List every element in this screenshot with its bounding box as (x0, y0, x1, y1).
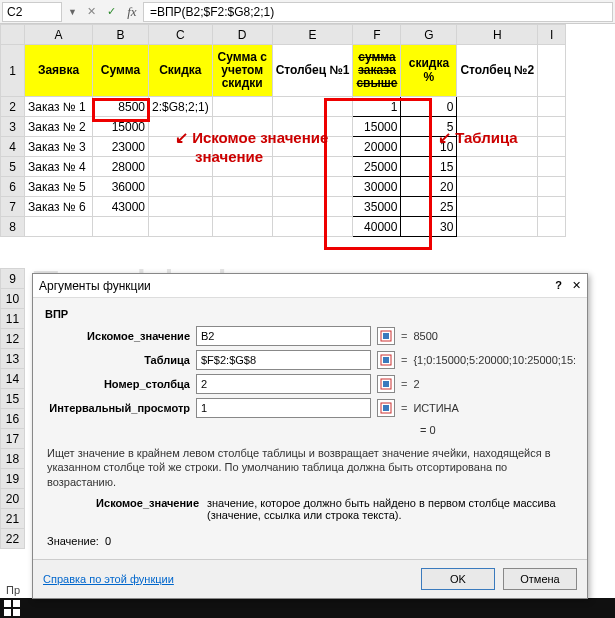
cell[interactable] (457, 217, 538, 237)
row-header[interactable]: 12 (1, 329, 25, 349)
cell[interactable]: 35000 (353, 197, 401, 217)
cell[interactable] (457, 97, 538, 117)
cell[interactable]: Заказ № 1 (25, 97, 93, 117)
row-header[interactable]: 6 (1, 177, 25, 197)
windows-start-icon[interactable] (4, 600, 20, 616)
arg-input[interactable]: $F$2:$G$8 (196, 350, 371, 370)
refedit-icon[interactable] (377, 399, 395, 417)
cell[interactable]: Сумма с учетом скидки (212, 45, 272, 97)
row-header[interactable]: 10 (1, 289, 25, 309)
fx-icon[interactable]: fx (123, 3, 141, 21)
cell[interactable] (538, 217, 566, 237)
refedit-icon[interactable] (377, 327, 395, 345)
col-header[interactable]: H (457, 25, 538, 45)
cancel-button[interactable]: Отмена (503, 568, 577, 590)
row-header[interactable]: 1 (1, 45, 25, 97)
cell[interactable] (272, 217, 353, 237)
cell[interactable]: 23000 (93, 137, 149, 157)
cell[interactable]: 15000 (353, 117, 401, 137)
cell[interactable] (149, 217, 213, 237)
cell[interactable]: 20000 (353, 137, 401, 157)
cell[interactable] (538, 177, 566, 197)
cell[interactable]: 28000 (93, 157, 149, 177)
col-header[interactable]: C (149, 25, 213, 45)
ok-button[interactable]: OK (421, 568, 495, 590)
name-box[interactable]: C2 (2, 2, 62, 22)
arg-input[interactable]: B2 (196, 326, 371, 346)
cell[interactable]: Заявка (25, 45, 93, 97)
cell[interactable]: Столбец №2 (457, 45, 538, 97)
cell[interactable]: 20 (401, 177, 457, 197)
accept-formula-icon[interactable]: ✓ (103, 3, 121, 21)
row-header[interactable]: 14 (1, 369, 25, 389)
cell[interactable] (25, 217, 93, 237)
cancel-formula-icon[interactable]: ✕ (83, 3, 101, 21)
cell[interactable]: 8500 (93, 97, 149, 117)
row-header[interactable]: 2 (1, 97, 25, 117)
row-header[interactable]: 15 (1, 389, 25, 409)
refedit-icon[interactable] (377, 351, 395, 369)
cell[interactable] (149, 197, 213, 217)
cell[interactable] (212, 177, 272, 197)
taskbar[interactable] (0, 598, 615, 618)
cell[interactable]: Заказ № 6 (25, 197, 93, 217)
arg-input[interactable]: 2 (196, 374, 371, 394)
row-header[interactable]: 3 (1, 117, 25, 137)
cell[interactable]: 30 (401, 217, 457, 237)
cell[interactable]: 25000 (353, 157, 401, 177)
cell[interactable] (538, 117, 566, 137)
col-header[interactable]: A (25, 25, 93, 45)
cell[interactable] (272, 157, 353, 177)
close-icon[interactable]: ✕ (572, 279, 581, 292)
cell[interactable] (212, 197, 272, 217)
row-header[interactable]: 21 (1, 509, 25, 529)
cell[interactable] (272, 197, 353, 217)
cell[interactable] (457, 157, 538, 177)
row-header[interactable]: 17 (1, 429, 25, 449)
cell[interactable]: 36000 (93, 177, 149, 197)
row-header[interactable]: 7 (1, 197, 25, 217)
cell[interactable]: 15 (401, 157, 457, 177)
row-header[interactable]: 4 (1, 137, 25, 157)
row-header[interactable]: 18 (1, 449, 25, 469)
cell[interactable]: 15000 (93, 117, 149, 137)
cell[interactable] (457, 177, 538, 197)
cell[interactable]: 0 (401, 97, 457, 117)
cell[interactable]: Заказ № 4 (25, 157, 93, 177)
cell[interactable]: Заказ № 3 (25, 137, 93, 157)
cell[interactable]: скидка % (401, 45, 457, 97)
dialog-titlebar[interactable]: Аргументы функции ? ✕ (33, 274, 587, 298)
row-header[interactable]: 9 (1, 269, 25, 289)
select-all[interactable] (1, 25, 25, 45)
row-header[interactable]: 11 (1, 309, 25, 329)
row-header[interactable]: 13 (1, 349, 25, 369)
col-header[interactable]: F (353, 25, 401, 45)
col-header[interactable]: E (272, 25, 353, 45)
row-header[interactable]: 16 (1, 409, 25, 429)
cell[interactable] (457, 197, 538, 217)
cell[interactable]: Заказ № 5 (25, 177, 93, 197)
cell[interactable]: 25 (401, 197, 457, 217)
cell[interactable] (149, 177, 213, 197)
row-header[interactable]: 5 (1, 157, 25, 177)
col-header[interactable]: D (212, 25, 272, 45)
row-header[interactable]: 19 (1, 469, 25, 489)
cell[interactable]: 1 (353, 97, 401, 117)
cell[interactable] (538, 97, 566, 117)
cell[interactable]: Сумма (93, 45, 149, 97)
cell[interactable]: 43000 (93, 197, 149, 217)
col-header[interactable]: B (93, 25, 149, 45)
help-icon[interactable]: ? (555, 279, 562, 292)
cell[interactable] (538, 197, 566, 217)
cell[interactable] (212, 217, 272, 237)
cell[interactable]: 30000 (353, 177, 401, 197)
col-header[interactable]: G (401, 25, 457, 45)
cell[interactable] (272, 97, 353, 117)
cell[interactable] (93, 217, 149, 237)
cell[interactable]: 2:$G8;2;1) (149, 97, 213, 117)
arg-input[interactable]: 1 (196, 398, 371, 418)
row-header[interactable]: 22 (1, 529, 25, 549)
help-link[interactable]: Справка по этой функции (43, 573, 174, 585)
cell[interactable]: сумма заказа свыше (353, 45, 401, 97)
cell[interactable] (538, 157, 566, 177)
